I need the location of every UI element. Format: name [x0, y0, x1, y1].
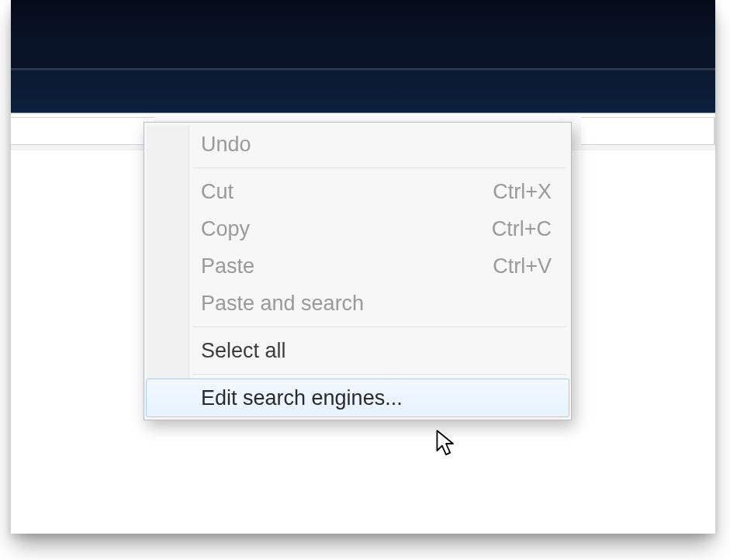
- menu-separator: [193, 374, 566, 375]
- menu-item-label: Copy: [201, 217, 250, 241]
- menu-item-shortcut: Ctrl+V: [493, 254, 552, 278]
- menu-item-label: Edit search engines...: [201, 386, 403, 410]
- menu-item-label: Paste and search: [201, 292, 364, 316]
- menu-item-label: Cut: [201, 180, 234, 204]
- menu-item-label: Select all: [201, 339, 286, 363]
- menu-item-copy[interactable]: Copy Ctrl+C: [147, 210, 569, 247]
- window-titlebar[interactable]: [11, 0, 715, 71]
- menu-item-paste[interactable]: Paste Ctrl+V: [147, 247, 569, 285]
- menu-item-shortcut: Ctrl+C: [492, 217, 552, 241]
- menu-item-cut[interactable]: Cut Ctrl+X: [147, 173, 569, 210]
- menu-item-undo[interactable]: Undo: [147, 126, 569, 163]
- omnibox[interactable]: [11, 117, 154, 145]
- menu-item-select-all[interactable]: Select all: [147, 332, 569, 369]
- menu-item-paste-and-search[interactable]: Paste and search: [147, 285, 569, 322]
- menu-separator: [193, 327, 566, 327]
- menu-separator: [193, 168, 566, 168]
- menu-item-label: Paste: [201, 254, 254, 278]
- menu-item-edit-search-engines[interactable]: Edit search engines...: [146, 379, 569, 417]
- menu-item-shortcut: Ctrl+X: [493, 180, 552, 204]
- tab-strip[interactable]: [11, 71, 715, 113]
- menu-item-label: Undo: [201, 133, 251, 157]
- toolbar-edge: [581, 117, 715, 145]
- omnibox-context-menu: Undo Cut Ctrl+X Copy Ctrl+C Paste Ctrl+V…: [144, 122, 572, 420]
